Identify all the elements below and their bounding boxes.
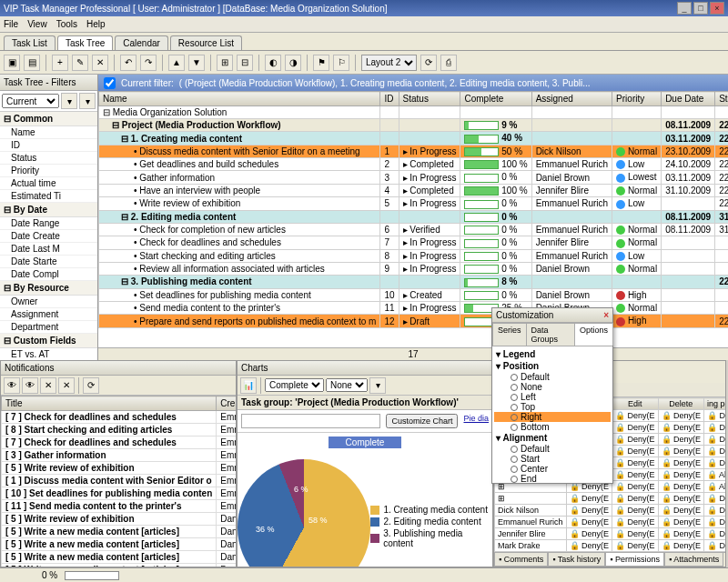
notif-row[interactable]: [ 3 ] Gather informationEmmanuel Ruricho… (2, 449, 237, 462)
chart-field-select[interactable]: Complete (265, 378, 324, 392)
filter-item[interactable]: Date Create (0, 230, 97, 243)
cust-tab[interactable]: Data Groups (526, 323, 575, 346)
cust-group[interactable]: ▾ Position (494, 360, 611, 372)
notif-row[interactable]: [ 5 ] Write a new media content [article… (2, 538, 237, 551)
toolbar-btn[interactable]: ◐ (265, 55, 281, 71)
column-header[interactable]: ID (380, 92, 399, 106)
column-header[interactable]: Status (399, 92, 460, 106)
pie-diagram-link[interactable]: Pie dia (463, 414, 489, 428)
menu-file[interactable]: File (4, 19, 18, 29)
chart-filter-select[interactable]: None (326, 378, 368, 392)
filter-section[interactable]: ⊟ Custom Fields (0, 334, 97, 348)
cust-group[interactable]: ▾ Alignment (494, 432, 611, 444)
customization-popup[interactable]: Customization × SeriesData GroupsOptions… (491, 307, 613, 484)
chart-tool[interactable]: ▾ (369, 377, 386, 394)
task-row[interactable]: • Start checking and editing articles8▸ … (99, 249, 729, 262)
perm-user-row[interactable]: Dick Nilson🔒 Deny(E🔒 Deny(E🔒 Deny(E🔒 Den… (495, 505, 726, 517)
toolbar-btn[interactable]: ⊟ (237, 55, 253, 71)
bottom-tab[interactable]: ▪ Permissions (605, 553, 664, 567)
cust-close-icon[interactable]: × (603, 310, 609, 320)
cust-option[interactable]: Right (494, 412, 611, 422)
task-row[interactable]: • Review all information associated with… (99, 262, 729, 275)
customize-chart-button[interactable]: Customize Chart (386, 414, 458, 428)
notif-col[interactable]: Title (2, 396, 217, 411)
column-header[interactable]: Priority (612, 92, 662, 106)
filter-item[interactable]: Name (0, 126, 97, 139)
notif-tool[interactable]: ⟳ (83, 377, 99, 394)
notif-row[interactable]: [ 10 ] Set deadlines for publishing medi… (2, 487, 237, 500)
notif-row[interactable]: [ 5 ] Write a new media content [article… (2, 564, 237, 567)
task-row[interactable]: ⊟ 1. Creating media content 40 %03.11.20… (99, 132, 729, 145)
minimize-button[interactable]: _ (677, 2, 692, 15)
toolbar-btn[interactable]: ↷ (140, 55, 157, 71)
filter-enable-checkbox[interactable] (104, 77, 116, 89)
toolbar-btn[interactable]: ▼ (188, 55, 205, 71)
task-row[interactable]: • Discuss media content with Senior Edit… (99, 145, 729, 157)
filter-item[interactable]: Owner (0, 296, 97, 308)
filter-item[interactable]: Assignment (0, 308, 97, 321)
task-row[interactable]: • Have an interview with people4▸ Comple… (99, 184, 729, 196)
cust-option[interactable]: Default (494, 444, 611, 454)
cust-option[interactable]: Default (494, 372, 611, 382)
menu-help[interactable]: Help (86, 19, 106, 29)
toolbar-btn[interactable]: + (52, 55, 68, 71)
task-row[interactable]: ⊟ 3. Publishing media content 8 %22.10.2… (99, 276, 729, 288)
notif-row[interactable]: [ 8 ] Start checking and editing article… (2, 424, 237, 436)
cust-option[interactable]: None (494, 382, 611, 392)
cust-tab[interactable]: Series (492, 323, 527, 346)
task-row[interactable]: • Check for completion of new articles6▸… (99, 223, 729, 236)
toolbar-btn[interactable]: ⚑ (313, 55, 329, 71)
perm-col[interactable]: ing permissi (704, 398, 725, 410)
menu-tools[interactable]: Tools (56, 19, 77, 29)
notif-row[interactable]: [ 5 ] Write a new media content [article… (2, 526, 237, 538)
bottom-tab[interactable]: ▪ Comments (494, 553, 548, 567)
toolbar-btn[interactable]: ↶ (120, 55, 136, 71)
notif-row[interactable]: [ 5 ] Write review of exhibitionDaniel B… (2, 513, 237, 526)
column-header[interactable]: Assigned (531, 92, 612, 106)
layout-select[interactable]: Layout 2 (361, 55, 417, 71)
filter-tool-icon[interactable]: ▾ (79, 93, 96, 109)
cust-option[interactable]: Top (494, 402, 611, 412)
tab-resource-list[interactable]: Resource List (170, 35, 242, 50)
task-row[interactable]: ⊟ 2. Editing media content 0 %08.11.2009… (99, 210, 729, 223)
toolbar-btn[interactable]: ▤ (24, 55, 40, 71)
notif-tool[interactable]: ✕ (58, 377, 75, 394)
cust-option[interactable]: Bottom (494, 422, 611, 432)
column-header[interactable]: Name (99, 92, 380, 106)
task-row[interactable]: • Set deadlines for publishing media con… (99, 288, 729, 301)
toolbar-btn[interactable]: ✕ (92, 55, 108, 71)
notif-row[interactable]: [ 7 ] Check for deadlines and schedulesE… (2, 411, 237, 424)
filter-item[interactable]: Date Range (0, 217, 97, 230)
tab-calendar[interactable]: Calendar (115, 35, 168, 50)
cust-group[interactable]: ▾ Legend (494, 348, 611, 360)
task-row[interactable]: • Check for deadlines and schedules7▸ In… (99, 236, 729, 249)
filter-item[interactable]: Estimated Ti (0, 190, 97, 203)
filter-item[interactable]: Status (0, 152, 97, 165)
notif-row[interactable]: [ 11 ] Send media content to the printer… (2, 500, 237, 513)
bottom-tab[interactable]: ▪ Attachments (664, 553, 723, 567)
cust-option[interactable]: Left (494, 392, 611, 402)
toolbar-btn[interactable]: ⚐ (333, 55, 349, 71)
filter-section[interactable]: ⊟ By Resource (0, 281, 97, 296)
filter-item[interactable]: ET vs. AT (0, 348, 97, 360)
filter-section[interactable]: ⊟ Common (0, 112, 97, 126)
perm-col[interactable]: Edit (612, 398, 659, 410)
task-row[interactable]: • Send media content to the printer's11▸… (99, 302, 729, 315)
notif-row[interactable]: [ 1 ] Discuss media content with Senior … (2, 475, 237, 487)
filter-item[interactable]: Date Compl (0, 268, 97, 281)
close-button[interactable]: × (710, 2, 724, 15)
task-row[interactable]: • Prepare and send reports on published … (99, 315, 729, 327)
notif-tool[interactable]: ✕ (40, 377, 56, 394)
chart-input[interactable] (241, 414, 380, 428)
notif-tool[interactable]: 👁 (4, 377, 20, 394)
task-row[interactable]: • Get deadlines and build schedules2▸ Co… (99, 158, 729, 171)
filter-item[interactable]: Date Starte (0, 256, 97, 268)
task-grid[interactable]: NameIDStatusCompleteAssignedPriorityDue … (98, 91, 728, 347)
toolbar-btn[interactable]: ⊞ (217, 55, 233, 71)
column-header[interactable]: Complete (460, 92, 531, 106)
toolbar-btn[interactable]: ◑ (285, 55, 301, 71)
notif-row[interactable]: [ 5 ] Write a new media content [article… (2, 551, 237, 564)
filter-current-select[interactable]: Current (2, 94, 59, 108)
task-row[interactable]: ⊟ Project (Media Production Workflow) 9 … (99, 119, 729, 132)
chart-tool[interactable]: 📊 (240, 377, 257, 394)
